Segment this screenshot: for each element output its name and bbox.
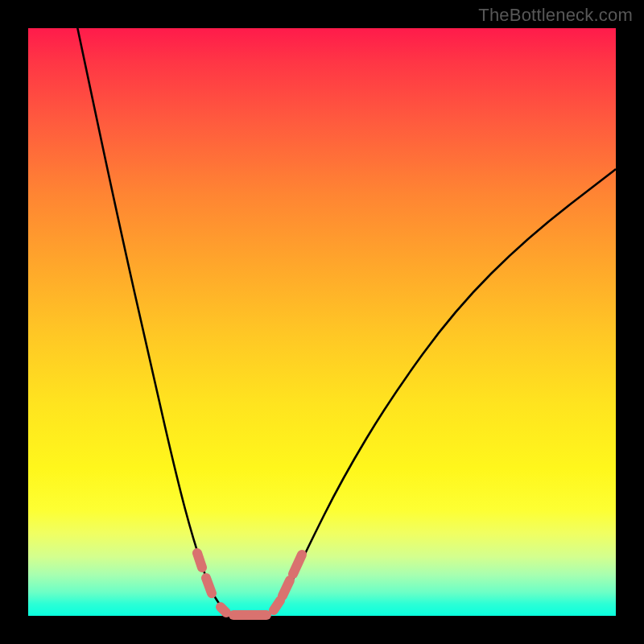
chart-svg	[28, 28, 616, 616]
bottleneck-curve	[72, 4, 616, 616]
highlight-marker	[221, 607, 226, 613]
chart-frame: TheBottleneck.com	[0, 0, 644, 644]
chart-plot-area	[28, 28, 616, 616]
highlight-markers	[197, 553, 302, 615]
highlight-marker	[206, 578, 212, 593]
watermark-text: TheBottleneck.com	[478, 5, 633, 26]
highlight-marker	[197, 553, 202, 568]
highlight-marker	[283, 580, 290, 596]
highlight-marker	[293, 555, 302, 574]
highlight-marker	[274, 601, 280, 610]
